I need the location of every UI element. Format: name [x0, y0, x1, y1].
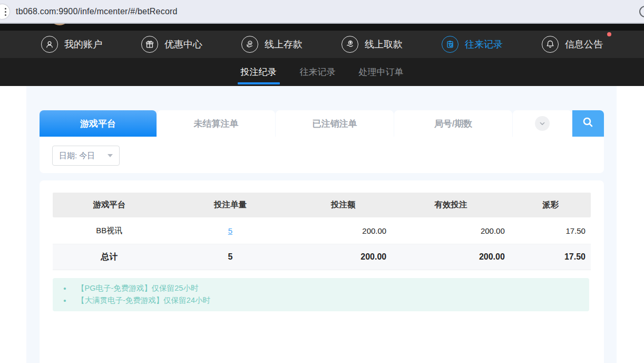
filter-card: 游戏平台 未结算注单 已注销注单 局号/期数 [40, 110, 604, 173]
platform-cell: BB视讯 [53, 226, 165, 236]
subnav-label: 处理中订单 [359, 66, 404, 78]
site-info-icon[interactable] [0, 4, 9, 19]
page-content: 游戏平台 未结算注单 已注销注单 局号/期数 [0, 86, 644, 363]
note-line: • 【PG电子-免费游戏】仅保留25小时 [53, 282, 589, 294]
browser-address-bar[interactable]: tb068.com:9900/infe/mcenter/#/betRecord [0, 0, 644, 24]
filter-tab-round-number[interactable]: 局号/期数 [394, 110, 512, 137]
subnav-label: 往来记录 [300, 66, 336, 78]
table-row: BB视讯 5 200.00 200.00 17.50 [53, 217, 591, 244]
note-line: • 【大满贯电子-免费游戏】仅保留24小时 [53, 294, 589, 307]
bet-amount-cell: 200.00 [295, 226, 392, 235]
expand-filters-button[interactable] [513, 110, 572, 137]
tab-transaction-records[interactable]: 往来记录 [300, 58, 336, 86]
nav-label: 优惠中心 [164, 38, 202, 51]
gift-icon [141, 36, 158, 53]
notes-box: • 【PG电子-免费游戏】仅保留25小时 • 【大满贯电子-免费游戏】仅保留24… [53, 278, 589, 311]
filter-tab-label: 局号/期数 [434, 118, 473, 130]
filter-tab-label: 未结算注单 [194, 118, 239, 130]
tab-processing-orders[interactable]: 处理中订单 [359, 58, 404, 86]
dropdown-arrow-icon [108, 154, 113, 157]
bell-icon [542, 36, 559, 53]
valid-bet-cell: 200.00 [392, 226, 510, 235]
tab-bet-records[interactable]: 投注纪录 [241, 58, 277, 86]
nav-item-my-account[interactable]: 我的账户 [41, 36, 102, 53]
records-icon [442, 36, 458, 53]
search-icon [582, 116, 594, 131]
filter-tab-label: 已注销注单 [313, 118, 357, 130]
filter-tabs: 游戏平台 未结算注单 已注销注单 局号/期数 [40, 110, 604, 137]
nav-label: 我的账户 [64, 38, 102, 51]
bullet-icon: • [53, 284, 77, 293]
screen: tb068.com:9900/infe/mcenter/#/betRecord … [0, 0, 644, 363]
total-valid-bet: 200.00 [392, 252, 510, 262]
search-button[interactable] [572, 110, 604, 137]
column-header-game-platform: 游戏平台 [53, 199, 165, 211]
total-bet-amount: 200.00 [295, 252, 392, 262]
column-header-bet-amount: 投注额 [295, 199, 392, 211]
filter-tab-label: 游戏平台 [80, 118, 116, 130]
payout-cell: 17.50 [510, 226, 591, 235]
filter-body: 日期: 今日 [40, 137, 604, 173]
nav-item-transaction-records[interactable]: 往来记录 [442, 36, 503, 53]
filter-tab-unsettled-bets[interactable]: 未结算注单 [157, 110, 275, 137]
date-filter-dropdown[interactable]: 日期: 今日 [52, 146, 120, 166]
results-card: 游戏平台 投注单量 投注额 有效投注 派彩 BB视讯 5 200.00 200.… [40, 180, 604, 363]
nav-label: 信息公告 [565, 38, 603, 51]
nav-label: 线上取款 [365, 38, 403, 51]
total-bet-count: 5 [165, 252, 295, 262]
total-payout: 17.50 [510, 252, 591, 262]
notification-dot [607, 32, 611, 36]
filter-tab-cancelled-bets[interactable]: 已注销注单 [276, 110, 394, 137]
withdraw-icon [341, 36, 358, 53]
nav-item-online-deposit[interactable]: 线上存款 [241, 36, 303, 53]
subnav-label: 投注纪录 [241, 66, 277, 78]
url-text[interactable]: tb068.com:9900/infe/mcenter/#/betRecord [16, 0, 178, 23]
total-label: 总计 [53, 252, 165, 263]
sub-nav: 投注纪录 往来记录 处理中订单 [0, 58, 644, 86]
deposit-icon [241, 36, 258, 53]
browser-account-icon[interactable] [639, 6, 644, 17]
bet-summary-table: 游戏平台 投注单量 投注额 有效投注 派彩 BB视讯 5 200.00 200.… [53, 193, 591, 270]
nav-top-strip [0, 24, 644, 31]
bullet-icon: • [53, 296, 77, 305]
chevron-down-icon [535, 116, 550, 131]
main-nav: 我的账户 优惠中心 线上存款 线上取款 往来记录 [0, 31, 644, 58]
table-total-row: 总计 5 200.00 200.00 17.50 [53, 244, 591, 270]
user-icon [41, 36, 58, 53]
nav-item-announcements[interactable]: 信息公告 [542, 36, 603, 53]
nav-label: 线上存款 [265, 38, 303, 51]
column-header-payout: 派彩 [510, 199, 591, 211]
column-header-bet-count: 投注单量 [165, 199, 295, 211]
content-wrapper: 游戏平台 未结算注单 已注销注单 局号/期数 [26, 86, 617, 363]
filter-tab-game-platform[interactable]: 游戏平台 [40, 110, 157, 137]
nav-item-promo-center[interactable]: 优惠中心 [141, 36, 202, 53]
nav-item-online-withdrawal[interactable]: 线上取款 [341, 36, 403, 53]
column-header-valid-bet: 有效投注 [392, 199, 510, 211]
nav-label: 往来记录 [465, 38, 503, 51]
note-text: 【大满贯电子-免费游戏】仅保留24小时 [77, 295, 210, 305]
dots-icon [5, 8, 6, 9]
active-tab-underline [238, 82, 280, 84]
note-text: 【PG电子-免费游戏】仅保留25小时 [77, 283, 198, 293]
date-filter-label: 日期: 今日 [59, 151, 95, 161]
bet-count-link[interactable]: 5 [228, 226, 232, 235]
table-header-row: 游戏平台 投注单量 投注额 有效投注 派彩 [53, 193, 591, 217]
